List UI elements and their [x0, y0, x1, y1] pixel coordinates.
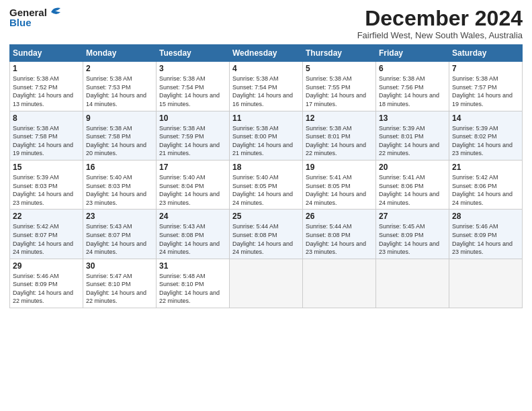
day-info: Sunrise: 5:43 AMSunset: 8:08 PMDaylight:…	[159, 223, 220, 255]
day-info: Sunrise: 5:38 AMSunset: 7:53 PMDaylight:…	[86, 75, 146, 107]
day-number: 11	[232, 113, 300, 123]
day-number: 16	[86, 163, 153, 172]
calendar-week-row: 29Sunrise: 5:46 AMSunset: 8:09 PMDayligh…	[10, 259, 523, 308]
table-row: 16Sunrise: 5:40 AMSunset: 8:03 PMDayligh…	[83, 160, 157, 209]
day-number: 22	[13, 212, 80, 221]
table-row: 29Sunrise: 5:46 AMSunset: 8:09 PMDayligh…	[10, 259, 83, 308]
table-row: 19Sunrise: 5:41 AMSunset: 8:05 PMDayligh…	[303, 160, 376, 209]
table-row: 11Sunrise: 5:38 AMSunset: 8:00 PMDayligh…	[230, 111, 303, 160]
day-number: 10	[159, 113, 226, 123]
header-thursday: Thursday	[303, 45, 376, 62]
table-row: 28Sunrise: 5:46 AMSunset: 8:09 PMDayligh…	[449, 210, 523, 259]
day-info: Sunrise: 5:41 AMSunset: 8:06 PMDaylight:…	[379, 174, 439, 206]
table-row: 20Sunrise: 5:41 AMSunset: 8:06 PMDayligh…	[376, 160, 449, 209]
table-row: 27Sunrise: 5:45 AMSunset: 8:09 PMDayligh…	[376, 210, 449, 259]
table-row: 7Sunrise: 5:38 AMSunset: 7:57 PMDaylight…	[449, 62, 523, 111]
day-number: 26	[306, 212, 373, 221]
day-info: Sunrise: 5:48 AMSunset: 8:10 PMDaylight:…	[159, 273, 220, 305]
page-container: General Blue December 2024 Fairfield Wes…	[0, 0, 532, 315]
table-row: 30Sunrise: 5:47 AMSunset: 8:10 PMDayligh…	[83, 259, 157, 308]
day-number: 19	[306, 163, 373, 172]
table-row: 24Sunrise: 5:43 AMSunset: 8:08 PMDayligh…	[157, 210, 230, 259]
day-info: Sunrise: 5:47 AMSunset: 8:10 PMDaylight:…	[86, 273, 146, 305]
table-row: 22Sunrise: 5:42 AMSunset: 8:07 PMDayligh…	[10, 210, 83, 259]
day-number: 21	[452, 163, 519, 172]
title-block: December 2024 Fairfield West, New South …	[357, 7, 523, 40]
day-info: Sunrise: 5:38 AMSunset: 7:52 PMDaylight:…	[13, 75, 73, 107]
table-row	[303, 259, 376, 308]
day-info: Sunrise: 5:40 AMSunset: 8:04 PMDaylight:…	[159, 174, 220, 206]
day-info: Sunrise: 5:42 AMSunset: 8:06 PMDaylight:…	[452, 174, 513, 206]
logo-bird-icon	[48, 5, 63, 19]
day-info: Sunrise: 5:39 AMSunset: 8:01 PMDaylight:…	[379, 125, 439, 157]
table-row: 15Sunrise: 5:39 AMSunset: 8:03 PMDayligh…	[10, 160, 83, 209]
header-monday: Monday	[83, 45, 157, 62]
day-info: Sunrise: 5:46 AMSunset: 8:09 PMDaylight:…	[13, 273, 73, 305]
day-number: 4	[232, 64, 300, 73]
calendar-header-row: Sunday Monday Tuesday Wednesday Thursday…	[10, 45, 523, 62]
table-row: 10Sunrise: 5:38 AMSunset: 7:59 PMDayligh…	[157, 111, 230, 160]
table-row: 6Sunrise: 5:38 AMSunset: 7:56 PMDaylight…	[376, 62, 449, 111]
day-number: 6	[379, 64, 446, 73]
table-row: 1Sunrise: 5:38 AMSunset: 7:52 PMDaylight…	[10, 62, 83, 111]
day-number: 1	[13, 64, 80, 73]
table-row: 31Sunrise: 5:48 AMSunset: 8:10 PMDayligh…	[157, 259, 230, 308]
calendar-table: Sunday Monday Tuesday Wednesday Thursday…	[9, 44, 523, 308]
day-number: 28	[452, 212, 519, 221]
table-row: 25Sunrise: 5:44 AMSunset: 8:08 PMDayligh…	[230, 210, 303, 259]
table-row	[230, 259, 303, 308]
table-row: 3Sunrise: 5:38 AMSunset: 7:54 PMDaylight…	[157, 62, 230, 111]
day-number: 13	[379, 113, 446, 123]
day-number: 25	[232, 212, 300, 221]
table-row: 5Sunrise: 5:38 AMSunset: 7:55 PMDaylight…	[303, 62, 376, 111]
day-number: 20	[379, 163, 446, 172]
table-row: 13Sunrise: 5:39 AMSunset: 8:01 PMDayligh…	[376, 111, 449, 160]
day-number: 7	[452, 64, 519, 73]
day-info: Sunrise: 5:38 AMSunset: 7:58 PMDaylight:…	[86, 125, 146, 157]
table-row: 2Sunrise: 5:38 AMSunset: 7:53 PMDaylight…	[83, 62, 157, 111]
day-info: Sunrise: 5:38 AMSunset: 7:54 PMDaylight:…	[232, 75, 293, 107]
table-row	[449, 259, 523, 308]
table-row: 26Sunrise: 5:44 AMSunset: 8:08 PMDayligh…	[303, 210, 376, 259]
logo: General Blue	[9, 7, 63, 29]
header-sunday: Sunday	[10, 45, 83, 62]
day-number: 8	[13, 113, 80, 123]
day-info: Sunrise: 5:38 AMSunset: 7:58 PMDaylight:…	[13, 125, 73, 157]
day-number: 17	[159, 163, 226, 172]
day-number: 18	[232, 163, 300, 172]
day-info: Sunrise: 5:43 AMSunset: 8:07 PMDaylight:…	[86, 223, 146, 255]
day-number: 12	[306, 113, 373, 123]
day-number: 30	[86, 261, 153, 271]
day-number: 23	[86, 212, 153, 221]
day-info: Sunrise: 5:44 AMSunset: 8:08 PMDaylight:…	[232, 223, 293, 255]
day-info: Sunrise: 5:38 AMSunset: 7:57 PMDaylight:…	[452, 75, 513, 107]
table-row: 14Sunrise: 5:39 AMSunset: 8:02 PMDayligh…	[449, 111, 523, 160]
day-info: Sunrise: 5:42 AMSunset: 8:07 PMDaylight:…	[13, 223, 73, 255]
day-number: 9	[86, 113, 153, 123]
day-info: Sunrise: 5:45 AMSunset: 8:09 PMDaylight:…	[379, 223, 439, 255]
day-number: 14	[452, 113, 519, 123]
table-row: 8Sunrise: 5:38 AMSunset: 7:58 PMDaylight…	[10, 111, 83, 160]
day-number: 27	[379, 212, 446, 221]
table-row: 21Sunrise: 5:42 AMSunset: 8:06 PMDayligh…	[449, 160, 523, 209]
table-row: 17Sunrise: 5:40 AMSunset: 8:04 PMDayligh…	[157, 160, 230, 209]
day-info: Sunrise: 5:44 AMSunset: 8:08 PMDaylight:…	[306, 223, 366, 255]
day-info: Sunrise: 5:41 AMSunset: 8:05 PMDaylight:…	[306, 174, 366, 206]
month-title: December 2024	[357, 7, 523, 30]
calendar-week-row: 15Sunrise: 5:39 AMSunset: 8:03 PMDayligh…	[10, 160, 523, 209]
day-info: Sunrise: 5:40 AMSunset: 8:05 PMDaylight:…	[232, 174, 293, 206]
day-number: 5	[306, 64, 373, 73]
table-row: 12Sunrise: 5:38 AMSunset: 8:01 PMDayligh…	[303, 111, 376, 160]
header-wednesday: Wednesday	[230, 45, 303, 62]
day-number: 3	[159, 64, 226, 73]
header-saturday: Saturday	[449, 45, 523, 62]
day-info: Sunrise: 5:38 AMSunset: 8:00 PMDaylight:…	[232, 125, 293, 157]
day-info: Sunrise: 5:38 AMSunset: 7:56 PMDaylight:…	[379, 75, 439, 107]
day-info: Sunrise: 5:39 AMSunset: 8:02 PMDaylight:…	[452, 125, 513, 157]
header: General Blue December 2024 Fairfield Wes…	[9, 7, 523, 40]
day-info: Sunrise: 5:38 AMSunset: 8:01 PMDaylight:…	[306, 125, 366, 157]
table-row: 23Sunrise: 5:43 AMSunset: 8:07 PMDayligh…	[83, 210, 157, 259]
calendar-week-row: 22Sunrise: 5:42 AMSunset: 8:07 PMDayligh…	[10, 210, 523, 259]
table-row	[376, 259, 449, 308]
calendar-week-row: 8Sunrise: 5:38 AMSunset: 7:58 PMDaylight…	[10, 111, 523, 160]
